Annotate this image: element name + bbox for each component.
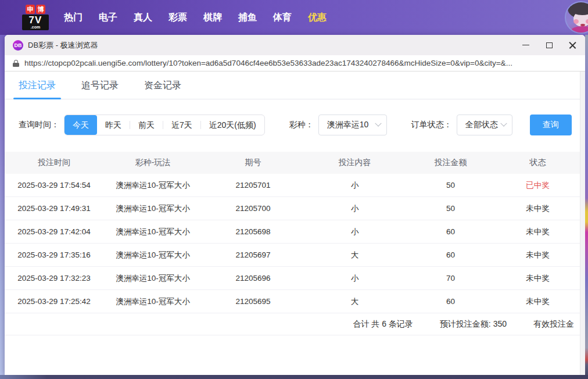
avatar-cheek-left — [573, 19, 579, 24]
cell-bet-amount: 60 — [406, 227, 496, 236]
status-filter-label: 订单状态： — [411, 120, 452, 130]
logo-badge-bo: 博 — [36, 5, 45, 14]
logo-text: 7V — [22, 15, 49, 25]
chevron-down-icon — [500, 120, 507, 127]
cell-game-play: 澳洲幸运10-冠军大小 — [103, 203, 202, 214]
cell-bet-content: 小 — [304, 180, 406, 191]
cell-game-play: 澳洲幸运10-冠军大小 — [103, 180, 202, 191]
header-bet-amount: 投注金额 — [406, 158, 496, 168]
cell-bet-content: 小 — [304, 227, 406, 237]
cell-bet-amount: 50 — [406, 181, 496, 190]
status-select[interactable]: 全部状态 — [457, 115, 512, 135]
address-bar[interactable]: https://ctopcp02pcali.uengi5e.com/lotter… — [5, 55, 585, 71]
cell-issue: 21205695 — [202, 297, 304, 306]
background-page-strip — [585, 35, 588, 375]
cell-status: 未中奖 — [496, 296, 580, 307]
cell-bet-content: 小 — [304, 203, 406, 214]
cell-bet-amount: 60 — [406, 251, 496, 259]
lottery-filter-label: 彩种： — [289, 120, 314, 130]
table-row: 2025-03-29 17:35:16 澳洲幸运10-冠军大小 21205697… — [5, 244, 580, 267]
cell-bet-amount: 60 — [406, 297, 496, 306]
time-option-day-before[interactable]: 前天 — [130, 115, 163, 135]
tab-bet-records[interactable]: 投注记录 — [19, 80, 56, 99]
status-select-value: 全部状态 — [465, 120, 498, 130]
maximize-button[interactable] — [537, 35, 561, 55]
cell-bet-time: 2025-03-29 17:35:16 — [5, 251, 103, 259]
query-button[interactable]: 查询 — [530, 115, 572, 135]
cell-game-play: 澳洲幸运10-冠军大小 — [103, 296, 202, 307]
bottom-edge — [0, 375, 588, 379]
cell-issue: 21205701 — [202, 181, 304, 190]
minimize-icon — [522, 45, 529, 45]
time-range-group: 今天 昨天 前天 近7天 近20天(低频) — [64, 115, 265, 135]
time-option-today[interactable]: 今天 — [64, 115, 97, 135]
site-logo[interactable]: 申 博 7V .com — [21, 5, 50, 30]
site-topbar: 申 博 7V .com 热门 电子 真人 彩票 棋牌 捕鱼 体育 优惠 — [0, 0, 588, 35]
nav-item-board[interactable]: 棋牌 — [203, 12, 222, 24]
time-option-7days[interactable]: 近7天 — [163, 115, 200, 135]
cell-bet-time: 2025-03-29 17:25:42 — [5, 297, 103, 306]
scrollbar[interactable] — [580, 71, 585, 375]
window-titlebar[interactable]: DB DB彩票 - 极速浏览器 — [5, 35, 585, 55]
window-title: DB彩票 - 极速浏览器 — [28, 40, 98, 51]
nav-item-hot[interactable]: 热门 — [64, 12, 83, 24]
tab-chase-records[interactable]: 追号记录 — [81, 80, 119, 99]
cell-status: 未中奖 — [496, 250, 580, 260]
nav-item-sports[interactable]: 体育 — [273, 12, 292, 24]
nav-item-lottery[interactable]: 彩票 — [168, 12, 187, 24]
page-content: 投注记录 追号记录 资金记录 查询时间： 今天 昨天 前天 近7天 近20天(低… — [5, 71, 580, 375]
header-bet-content: 投注内容 — [304, 158, 406, 168]
cell-issue: 21205700 — [202, 204, 304, 213]
lottery-select-value: 澳洲幸运10 — [327, 120, 369, 130]
tab-fund-records[interactable]: 资金记录 — [144, 80, 181, 99]
header-game-play: 彩种-玩法 — [103, 158, 202, 168]
table-row: 2025-03-29 17:32:23 澳洲幸运10-冠军大小 21205696… — [5, 267, 580, 290]
minimize-button[interactable] — [514, 35, 537, 55]
lock-body — [13, 63, 19, 67]
close-button[interactable] — [561, 35, 584, 55]
nav-item-promo[interactable]: 优惠 — [308, 12, 327, 24]
cell-game-play: 澳洲幸运10-冠军大小 — [103, 273, 202, 284]
nav-item-live[interactable]: 真人 — [134, 12, 152, 24]
summary-expected-amount: 预计投注金额: 350 — [440, 319, 507, 330]
logo-badge-shen: 申 — [26, 5, 35, 14]
cell-issue: 21205696 — [202, 274, 304, 283]
window-controls — [514, 35, 584, 55]
cell-bet-amount: 50 — [406, 204, 496, 213]
logo-badges: 申 博 — [26, 5, 45, 14]
cell-issue: 21205697 — [202, 251, 304, 259]
time-option-yesterday[interactable]: 昨天 — [97, 115, 130, 135]
bet-table: 投注时间 彩种-玩法 期号 投注内容 投注金额 状态 2025-03-29 17… — [5, 152, 580, 335]
summary-valid-amount: 有效投注金 — [533, 319, 574, 330]
table-row: 2025-03-29 17:54:54 澳洲幸运10-冠军大小 21205701… — [5, 174, 580, 197]
cell-bet-content: 小 — [304, 273, 406, 284]
cell-bet-time: 2025-03-29 17:32:23 — [5, 274, 103, 283]
header-status: 状态 — [496, 158, 580, 168]
nav-item-slots[interactable]: 电子 — [99, 12, 117, 24]
table-row: 2025-03-29 17:25:42 澳洲幸运10-冠军大小 21205695… — [5, 290, 580, 313]
user-avatar[interactable] — [565, 1, 588, 34]
url-text: https://ctopcp02pcali.uengi5e.com/lotter… — [24, 59, 512, 67]
record-tabs: 投注记录 追号记录 资金记录 — [5, 71, 580, 99]
chevron-down-icon — [375, 120, 381, 127]
cell-bet-time: 2025-03-29 17:54:54 — [5, 181, 103, 190]
logo-mark: 7V .com — [22, 15, 49, 30]
cell-status: 未中奖 — [496, 273, 580, 284]
nav-item-fishing[interactable]: 捕鱼 — [238, 12, 257, 24]
lock-icon — [13, 60, 19, 67]
cell-game-play: 澳洲幸运10-冠军大小 — [103, 250, 202, 260]
time-option-20days[interactable]: 近20天(低频) — [201, 115, 264, 135]
cell-issue: 21205698 — [202, 227, 304, 236]
cell-status: 未中奖 — [496, 203, 580, 214]
time-filter-label: 查询时间： — [19, 120, 59, 130]
browser-window: DB DB彩票 - 极速浏览器 https://ctopcp02pcali.ue… — [5, 35, 585, 375]
lottery-select[interactable]: 澳洲幸运10 — [318, 115, 387, 135]
cell-bet-amount: 70 — [406, 274, 496, 283]
close-icon — [569, 41, 576, 49]
avatar-body — [571, 26, 588, 34]
avatar-bangs — [572, 8, 588, 15]
cell-bet-content: 大 — [304, 296, 406, 307]
table-row: 2025-03-29 17:42:04 澳洲幸运10-冠军大小 21205698… — [5, 220, 580, 244]
cell-game-play: 澳洲幸运10-冠军大小 — [103, 227, 202, 237]
table-header: 投注时间 彩种-玩法 期号 投注内容 投注金额 状态 — [5, 152, 580, 174]
